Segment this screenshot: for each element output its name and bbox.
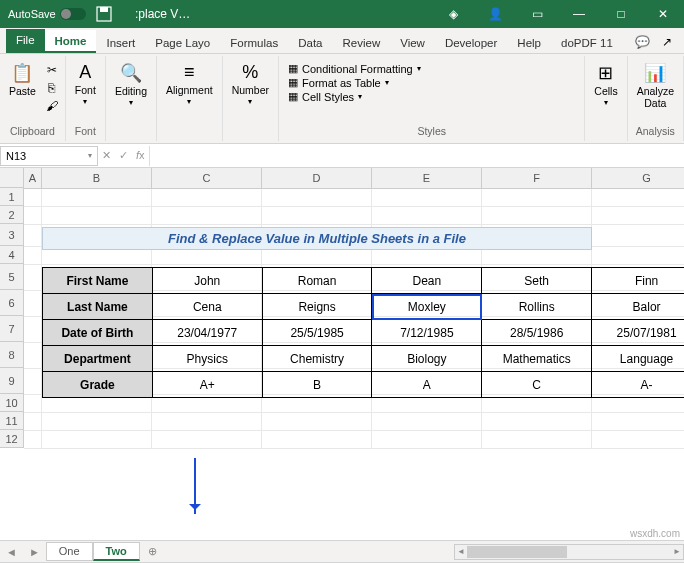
table-header[interactable]: Date of Birth — [43, 320, 153, 346]
row-header-1[interactable]: 1 — [0, 188, 24, 206]
table-cell[interactable]: Language — [592, 346, 684, 372]
cell[interactable] — [152, 189, 262, 207]
ribbon-display-icon[interactable]: ▭ — [516, 0, 558, 28]
table-header[interactable]: Last Name — [43, 294, 153, 320]
cell[interactable] — [372, 207, 482, 225]
cell[interactable] — [372, 413, 482, 431]
horizontal-scrollbar[interactable] — [454, 544, 684, 560]
conditional-formatting-button[interactable]: ▦Conditional Formatting▾ — [288, 62, 421, 75]
table-cell[interactable]: Finn — [592, 268, 684, 294]
row-header-4[interactable]: 4 — [0, 246, 24, 264]
enter-formula-icon[interactable]: ✓ — [119, 149, 128, 162]
table-cell[interactable]: A — [372, 372, 482, 398]
cells-button[interactable]: ⊞Cells▾ — [588, 60, 623, 109]
table-cell[interactable]: Balor — [592, 294, 684, 320]
editing-button[interactable]: 🔍Editing▾ — [109, 60, 153, 109]
name-box[interactable]: N13▾ — [0, 146, 98, 166]
tab-home[interactable]: Home — [45, 30, 97, 53]
table-cell[interactable]: 7/12/1985 — [372, 320, 482, 346]
cell[interactable] — [42, 207, 152, 225]
table-cell[interactable]: A+ — [152, 372, 262, 398]
col-header-d[interactable]: D — [262, 168, 372, 188]
cell[interactable] — [42, 413, 152, 431]
cell[interactable] — [592, 207, 684, 225]
table-cell[interactable]: Seth — [482, 268, 592, 294]
table-cell[interactable]: 25/5/1985 — [262, 320, 372, 346]
cell[interactable] — [372, 189, 482, 207]
table-cell[interactable]: Physics — [152, 346, 262, 372]
cell[interactable] — [482, 207, 592, 225]
number-button[interactable]: %Number▾ — [226, 60, 275, 108]
row-header-6[interactable]: 6 — [0, 290, 24, 316]
cell[interactable] — [24, 189, 42, 207]
cell[interactable] — [24, 343, 42, 369]
cell[interactable] — [262, 207, 372, 225]
tab-insert[interactable]: Insert — [96, 32, 145, 53]
cell[interactable] — [24, 413, 42, 431]
cell[interactable] — [42, 189, 152, 207]
sheet-nav-prev-icon[interactable]: ◄ — [0, 546, 23, 558]
table-cell[interactable]: Chemistry — [262, 346, 372, 372]
table-cell[interactable]: John — [152, 268, 262, 294]
analyze-data-button[interactable]: 📊Analyze Data — [631, 60, 680, 111]
cell[interactable] — [24, 431, 42, 449]
user-icon[interactable]: 👤 — [474, 0, 516, 28]
table-cell[interactable]: Reigns — [262, 294, 372, 320]
col-header-a[interactable]: A — [24, 168, 42, 188]
col-header-f[interactable]: F — [482, 168, 592, 188]
tab-help[interactable]: Help — [507, 32, 551, 53]
table-cell[interactable]: 25/07/1981 — [592, 320, 684, 346]
add-sheet-button[interactable]: ⊕ — [140, 545, 165, 558]
tab-page-layout[interactable]: Page Layo — [145, 32, 220, 53]
cell[interactable] — [482, 189, 592, 207]
sheet-nav-next-icon[interactable]: ► — [23, 546, 46, 558]
maximize-icon[interactable]: □ — [600, 0, 642, 28]
cell[interactable] — [24, 395, 42, 413]
table-cell[interactable]: Dean — [372, 268, 482, 294]
cell[interactable] — [24, 265, 42, 291]
cell[interactable] — [482, 413, 592, 431]
col-header-b[interactable]: B — [42, 168, 152, 188]
format-painter-icon[interactable]: 🖌 — [44, 98, 60, 114]
tab-formulas[interactable]: Formulas — [220, 32, 288, 53]
col-header-g[interactable]: G — [592, 168, 684, 188]
row-header-10[interactable]: 10 — [0, 394, 24, 412]
toggle-switch[interactable] — [60, 8, 86, 20]
table-cell[interactable]: Rollins — [482, 294, 592, 320]
tab-file[interactable]: File — [6, 29, 45, 53]
cell[interactable] — [24, 207, 42, 225]
col-header-e[interactable]: E — [372, 168, 482, 188]
comments-icon[interactable]: 💬 — [629, 31, 656, 53]
cell[interactable] — [24, 291, 42, 317]
col-header-c[interactable]: C — [152, 168, 262, 188]
share-icon[interactable]: ↗ — [656, 31, 678, 53]
paste-button[interactable]: 📋 Paste — [3, 60, 42, 100]
font-button[interactable]: AFont▾ — [69, 60, 102, 108]
table-cell[interactable]: Roman — [262, 268, 372, 294]
cell[interactable] — [262, 189, 372, 207]
cell[interactable] — [24, 247, 42, 265]
format-as-table-button[interactable]: ▦Format as Table▾ — [288, 76, 421, 89]
diamond-icon[interactable]: ◈ — [432, 0, 474, 28]
cell[interactable] — [24, 225, 42, 247]
cell[interactable] — [24, 317, 42, 343]
select-all-corner[interactable] — [0, 168, 24, 188]
table-cell[interactable]: B — [262, 372, 372, 398]
table-header[interactable]: Grade — [43, 372, 153, 398]
row-header-2[interactable]: 2 — [0, 206, 24, 224]
table-header[interactable]: First Name — [43, 268, 153, 294]
sheet-tab-one[interactable]: One — [46, 542, 93, 561]
close-icon[interactable]: ✕ — [642, 0, 684, 28]
table-cell[interactable]: A- — [592, 372, 684, 398]
formula-input[interactable] — [149, 146, 684, 166]
cell[interactable] — [152, 207, 262, 225]
table-header[interactable]: Department — [43, 346, 153, 372]
cell[interactable] — [152, 413, 262, 431]
row-header-12[interactable]: 12 — [0, 430, 24, 448]
cell[interactable] — [42, 431, 152, 449]
table-cell[interactable]: Cena — [152, 294, 262, 320]
row-header-8[interactable]: 8 — [0, 342, 24, 368]
cell[interactable] — [482, 431, 592, 449]
table-cell[interactable]: Biology — [372, 346, 482, 372]
cell[interactable] — [262, 431, 372, 449]
